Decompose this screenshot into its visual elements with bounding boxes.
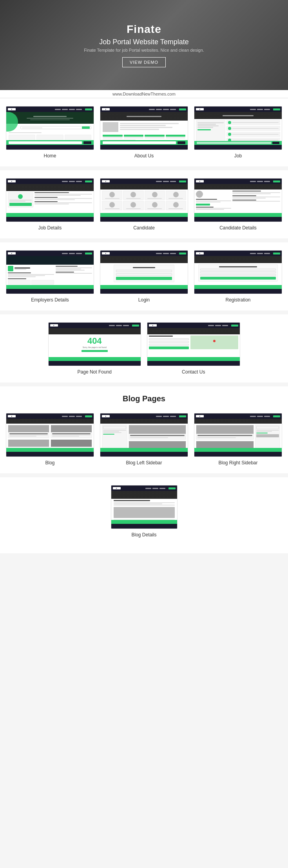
thumb-contact[interactable]: F — [147, 322, 240, 375]
hero-subtitle: Job Portal Website Template — [84, 38, 204, 46]
thumb-blog-label: Blog — [45, 460, 54, 466]
row6-grid: F — [6, 485, 282, 545]
thumb-blog-details-image: F — [111, 485, 178, 529]
thumb-blog-right-sidebar-image: F — [194, 413, 282, 457]
thumb-blog-left-sidebar-image: F — [100, 413, 188, 457]
hero-section: Finate Job Portal Website Template Finat… — [0, 0, 288, 90]
thumb-registration-image: F — [194, 250, 282, 294]
thumb-blog-right-sidebar[interactable]: F — [194, 413, 282, 466]
row1-grid: F — [6, 106, 282, 159]
thumb-home-label: Home — [43, 153, 56, 159]
thumb-job-image: F — [194, 106, 282, 150]
thumb-home-image: F — [6, 106, 94, 150]
thumb-blog[interactable]: F — [6, 413, 94, 466]
thumb-employers-details-label: Employers Details — [31, 297, 69, 303]
hero-title: Finate — [84, 23, 204, 36]
thumb-404-label: Page Not Found — [78, 369, 112, 375]
thumb-job-details-label: Job Details — [38, 225, 62, 231]
thumb-employers-details-image: F — [6, 250, 94, 294]
mock-home: F — [6, 106, 94, 150]
blog-pages-heading: Blog Pages — [0, 386, 288, 405]
thumb-candidate-details-label: Candidate Details — [219, 225, 257, 231]
row5-section: F — [0, 405, 288, 473]
thumb-registration-label: Registration — [225, 297, 250, 303]
thumb-about-image: F — [100, 106, 188, 150]
watermark: www.DownloadNewThemes.com — [0, 90, 288, 98]
mock-header: F — [6, 106, 94, 112]
thumb-contact-image: F — [147, 322, 240, 366]
row5-grid: F — [6, 413, 282, 466]
gap2 — [0, 238, 288, 242]
thumb-candidate-image: F — [100, 178, 188, 222]
gap4 — [0, 383, 288, 386]
gap1 — [0, 166, 288, 170]
row6-section: F — [0, 477, 288, 553]
row3-grid: F — [6, 250, 282, 303]
thumb-contact-label: Contact Us — [182, 369, 205, 375]
thumb-registration[interactable]: F — [194, 250, 282, 303]
thumb-candidate[interactable]: F — [100, 178, 188, 231]
gap5 — [0, 473, 288, 477]
thumb-job-label: Job — [234, 153, 242, 159]
thumb-job[interactable]: F — [194, 106, 282, 159]
thumb-blog-right-sidebar-label: Blog Right Sidebar — [218, 460, 257, 466]
thumb-employers-details[interactable]: F — [6, 250, 94, 303]
view-demo-button[interactable]: VIEW DEMO — [122, 57, 166, 67]
thumb-about[interactable]: F — [100, 106, 188, 159]
row4-grid: F 404 Sorry, the page is not found — [48, 322, 240, 375]
mock-job: F — [194, 106, 282, 150]
thumb-job-details[interactable]: F — [6, 178, 94, 231]
thumb-login-image: F — [100, 250, 188, 294]
thumb-blog-left-sidebar-label: Blog Left Sidebar — [126, 460, 162, 466]
thumb-404-image: F 404 Sorry, the page is not found — [48, 322, 141, 366]
thumb-login[interactable]: F — [100, 250, 188, 303]
row2-section: F — [0, 170, 288, 238]
thumb-candidate-details[interactable]: F — [194, 178, 282, 231]
row2-grid: F — [6, 178, 282, 231]
thumb-candidate-details-image: F — [194, 178, 282, 222]
hero-description: Finate Template for job Portal websites.… — [84, 48, 204, 52]
thumb-about-label: About Us — [134, 153, 154, 159]
thumb-job-details-image: F — [6, 178, 94, 222]
thumb-blog-details[interactable]: F — [111, 485, 178, 538]
thumb-candidate-label: Candidate — [133, 225, 155, 231]
thumb-login-label: Login — [138, 297, 150, 303]
row1-section: F — [0, 98, 288, 166]
thumb-blog-left-sidebar[interactable]: F — [100, 413, 188, 466]
thumb-blog-details-label: Blog Details — [131, 532, 156, 538]
hero-content: Finate Job Portal Website Template Finat… — [84, 23, 204, 67]
mock-about: F — [100, 106, 188, 150]
row4-section: F 404 Sorry, the page is not found — [0, 314, 288, 383]
thumb-home[interactable]: F — [6, 106, 94, 159]
gap3 — [0, 310, 288, 314]
thumb-404[interactable]: F 404 Sorry, the page is not found — [48, 322, 141, 375]
thumb-blog-image: F — [6, 413, 94, 457]
row3-section: F — [0, 242, 288, 310]
